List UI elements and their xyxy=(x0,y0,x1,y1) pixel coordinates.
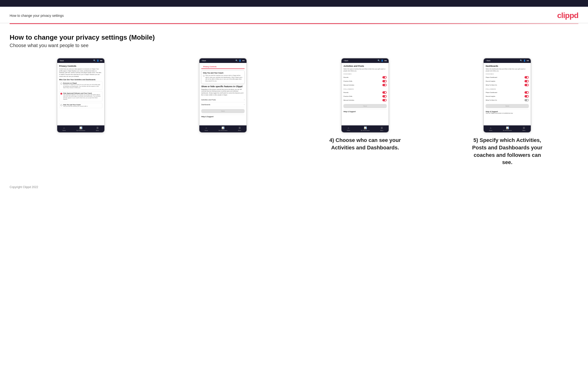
radio-circle-everyone xyxy=(60,83,62,84)
phone-back-2[interactable]: ‹ Back xyxy=(201,60,206,61)
activities-posts-link-2[interactable]: Activities and Posts › xyxy=(201,98,245,102)
coaches-rounds-toggle[interactable] xyxy=(382,76,387,79)
person-icon-1[interactable]: 👤 xyxy=(97,59,99,62)
chevron-left-icon-3: ‹ xyxy=(343,60,344,61)
search-icon-1[interactable]: 🔍 xyxy=(93,59,96,62)
screen3-activities-desc: Select the types of activity that you'd … xyxy=(343,68,387,72)
coaches-roundinsights-toggle[interactable] xyxy=(525,80,529,82)
nav-menu-2[interactable]: ☰ Menu xyxy=(238,126,241,131)
back-label-2: Back xyxy=(202,60,206,61)
person-icon-2[interactable]: 👤 xyxy=(239,59,241,62)
help-label-2: Help & Support xyxy=(201,115,245,117)
phone-header-icons-2: 🔍 👤 ●● xyxy=(235,59,245,62)
screen3-followers-label: FOLLOWERS xyxy=(343,88,387,90)
nav-home-1[interactable]: ⌂ Home xyxy=(62,126,66,131)
main-content: How to change your privacy settings (Mob… xyxy=(0,24,588,181)
followers-roundinsights-toggle[interactable] xyxy=(525,95,529,98)
phone-content-1: Privacy Controls Control how you and you… xyxy=(57,63,104,125)
breadcrumb: How to change your privacy settings xyxy=(10,14,64,17)
phone-header-icons-3: 🔍 👤 ●● xyxy=(378,59,387,62)
phone-back-3[interactable]: ‹ Back xyxy=(343,60,348,61)
chevron-left-icon: ‹ xyxy=(59,60,60,61)
menu-icon-4: ☰ xyxy=(523,126,526,129)
menu-icon-3: ☰ xyxy=(380,126,383,129)
phone-header-1: ‹ Back 🔍 👤 ●● xyxy=(57,58,104,63)
person-icon-3[interactable]: 👤 xyxy=(381,59,383,62)
nav-performance-3[interactable]: 📊 My Performance xyxy=(361,126,370,131)
nav-performance-4[interactable]: 📊 My Performance xyxy=(503,126,512,131)
nav-home-label-1: Home xyxy=(62,130,66,131)
phone-header-2: ‹ Back 🔍 👤 ●● xyxy=(199,58,247,63)
screen3-activities-title: Activities and Posts xyxy=(343,65,387,67)
followers-player-toggle[interactable] xyxy=(525,91,529,94)
top-bar xyxy=(0,0,588,7)
coaches-manual-label: Manual Activities xyxy=(343,84,354,86)
screen4-coaches-whattowork: What To Work On xyxy=(485,83,529,87)
copyright-text: Copyright Clippd 2022 xyxy=(10,185,38,189)
nav-home-4[interactable]: ⌂ Home xyxy=(489,126,492,131)
followers-manual-toggle[interactable] xyxy=(382,99,387,101)
phone-nav-3: ⌂ Home 📊 My Performance ☰ Menu xyxy=(341,125,389,132)
screen3-followers-manual: Manual Activities xyxy=(343,98,387,102)
nav-menu-label-1: Menu xyxy=(96,130,99,131)
popover-radio-circle-2 xyxy=(203,75,205,77)
nav-home-label-4: Home xyxy=(489,130,492,131)
screenshot-col-1: ‹ Back 🔍 👤 ●● Privacy Controls Control h… xyxy=(10,58,152,133)
more-icon-2[interactable]: ●● xyxy=(242,59,245,62)
caption-step5: 5) Specify which Activities, Posts and D… xyxy=(471,137,543,166)
radio-option-coach-only[interactable]: Only You and Your Coach Only you and the… xyxy=(59,103,103,108)
more-icon-1[interactable]: ●● xyxy=(100,59,103,62)
screen4-followers-player: Player Dashboard xyxy=(485,91,529,94)
nav-menu-3[interactable]: ☰ Menu xyxy=(380,126,383,131)
page-title: How to change your privacy settings (Mob… xyxy=(10,34,578,41)
radio-option-everyone[interactable]: Everyone on Clippd Everyone on Clippd ca… xyxy=(59,81,103,90)
help-label-3: Help & Support xyxy=(343,109,387,112)
search-icon-2[interactable]: 🔍 xyxy=(235,59,238,62)
screen3-coaches-manual: Manual Activities xyxy=(343,83,387,87)
save-button-4[interactable]: Save xyxy=(485,104,529,108)
show-hide-text-2: Regardless of the privacy controls that … xyxy=(201,89,245,96)
coaches-whattowork-toggle[interactable] xyxy=(525,84,529,86)
back-label-1: Back xyxy=(60,60,64,61)
coaches-practice-toggle[interactable] xyxy=(382,80,387,82)
followers-whattowork-toggle[interactable] xyxy=(525,99,529,101)
phone-back-1[interactable]: ‹ Back xyxy=(59,60,64,61)
privacy-controls-tab-2[interactable]: Privacy Controls xyxy=(201,65,219,69)
nav-performance-2[interactable]: 📊 My Performance xyxy=(219,126,227,131)
logo: clippd xyxy=(557,11,578,20)
save-button-2[interactable]: Save xyxy=(201,109,245,113)
followers-rounds-toggle[interactable] xyxy=(382,91,387,94)
phone-content-3: Activities and Posts Select the types of… xyxy=(341,63,389,125)
dashboards-link-2[interactable]: Dashboards › xyxy=(201,102,245,107)
save-button-3[interactable]: Save xyxy=(343,104,387,108)
phone-back-4[interactable]: ‹ Back xyxy=(485,60,490,61)
person-icon-4[interactable]: 👤 xyxy=(523,59,526,62)
coaches-player-toggle[interactable] xyxy=(525,76,529,79)
radio-option-approved[interactable]: Only Approved Followers and Your Coach O… xyxy=(59,91,103,101)
more-icon-3[interactable]: ●● xyxy=(384,59,387,62)
coaches-manual-toggle[interactable] xyxy=(382,84,387,86)
header: How to change your privacy settings clip… xyxy=(0,7,588,23)
nav-menu-4[interactable]: ☰ Menu xyxy=(523,126,526,131)
nav-home-2[interactable]: ⌂ Home xyxy=(205,126,208,131)
search-icon-4[interactable]: 🔍 xyxy=(520,59,522,62)
more-icon-4[interactable]: ●● xyxy=(527,59,529,62)
phone-popover-2: Only You and Your Coach Only you and the… xyxy=(201,70,245,84)
phone-nav-1: ⌂ Home 📊 My Performance ☰ Menu xyxy=(57,125,104,132)
phone-nav-4: ⌂ Home 📊 My Performance ☰ Menu xyxy=(484,125,531,132)
followers-roundinsights-label: Round Insights xyxy=(485,96,495,97)
chart-icon-1: 📊 xyxy=(79,126,82,129)
nav-menu-1[interactable]: ☰ Menu xyxy=(96,126,99,131)
caption-step4: 4) Choose who can see your Activities an… xyxy=(329,137,401,151)
coaches-whattowork-label: What To Work On xyxy=(485,84,497,86)
nav-performance-1[interactable]: 📊 My Performance xyxy=(77,126,85,131)
show-hide-title-2: Show or hide specific features in Clippd xyxy=(201,85,245,88)
phone-mockup-4: ‹ Back 🔍 👤 ●● Dashboards Select the dash… xyxy=(483,58,531,133)
screen4-coaches-roundinsights: Round Insights xyxy=(485,79,529,83)
nav-home-3[interactable]: ⌂ Home xyxy=(347,126,350,131)
followers-practice-toggle[interactable] xyxy=(382,95,387,98)
arrow-icon-dashboards-2: › xyxy=(244,103,245,106)
followers-whattowork-label: What To Work On xyxy=(485,100,497,101)
search-icon-3[interactable]: 🔍 xyxy=(378,59,380,62)
menu-icon-2: ☰ xyxy=(238,126,241,129)
